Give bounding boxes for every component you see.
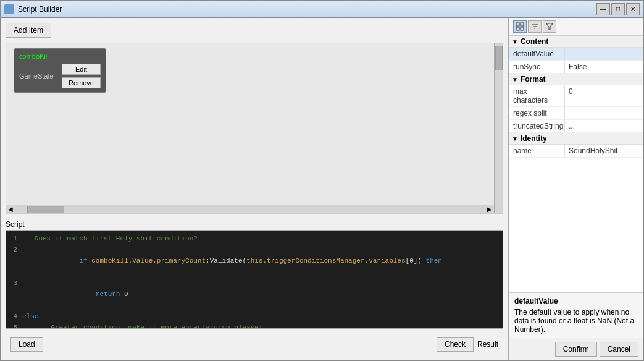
sort-icon xyxy=(530,22,539,31)
line-num-4: 4 xyxy=(9,311,17,322)
script-line-1: 1 -- Does it match first Holy shit condi… xyxy=(9,233,500,244)
line-num-1: 1 xyxy=(9,233,17,244)
line-num-2: 2 xyxy=(9,244,17,278)
props-row-regexsplit[interactable]: regex split xyxy=(509,107,643,120)
right-panel: ▼ Content defaultValue runSync False ▼ F… xyxy=(509,18,643,360)
props-key-truncated: truncatedString xyxy=(509,120,565,132)
script-builder-window: Script Builder — □ ✕ Add Item comboKill … xyxy=(0,0,644,361)
props-value-truncated: ... xyxy=(565,120,643,132)
section-arrow-format: ▼ xyxy=(512,76,518,83)
left-panel: Add Item comboKill GameState Edit Remove xyxy=(1,18,509,360)
svg-rect-0 xyxy=(516,23,519,26)
toolbar: Add Item xyxy=(6,23,503,38)
canvas-scrollbar-h[interactable]: ◀ ▶ xyxy=(6,205,494,213)
bottom-right: Check Result xyxy=(437,337,498,352)
props-value-defaultvalue xyxy=(565,48,643,60)
node-buttons: Edit Remove xyxy=(62,64,101,88)
section-title-format: Format xyxy=(521,75,546,83)
filter-button[interactable] xyxy=(543,20,556,33)
scrollbar-thumb-v xyxy=(495,46,503,70)
remove-button[interactable]: Remove xyxy=(62,77,101,88)
canvas-area: comboKill GameState Edit Remove xyxy=(6,43,503,214)
script-line-5: 5 -- Greater condition, make it more ent… xyxy=(9,322,500,329)
cancel-button[interactable]: Cancel xyxy=(600,342,638,357)
section-header-format[interactable]: ▼ Format xyxy=(509,74,643,85)
code-5: -- Greater condition, make it more enter… xyxy=(22,322,262,329)
add-item-button[interactable]: Add Item xyxy=(6,23,51,38)
maximize-button[interactable]: □ xyxy=(611,3,625,15)
section-title-content: Content xyxy=(521,37,548,46)
titlebar-controls: — □ ✕ xyxy=(596,3,640,15)
node-label: comboKill xyxy=(19,53,101,60)
props-row-defaultvalue[interactable]: defaultValue xyxy=(509,48,643,61)
confirm-button[interactable]: Confirm xyxy=(555,342,597,357)
scroll-right-btn[interactable]: ▶ xyxy=(485,206,494,213)
script-section: Script 1 -- Does it match first Holy shi… xyxy=(6,220,503,329)
line-num-3: 3 xyxy=(9,278,17,311)
code-2: if comboKill.Value.primaryCount:Validate… xyxy=(22,244,442,278)
filter-icon xyxy=(545,22,554,31)
properties-grid: ▼ Content defaultValue runSync False ▼ F… xyxy=(509,36,643,292)
section-title-identity: Identity xyxy=(521,134,547,143)
node-port-label: GameState xyxy=(19,72,58,80)
sort-button[interactable] xyxy=(528,20,542,33)
svg-rect-1 xyxy=(521,23,524,26)
script-editor[interactable]: 1 -- Does it match first Holy shit condi… xyxy=(6,230,503,329)
section-arrow-identity: ▼ xyxy=(512,135,518,142)
properties-toolbar xyxy=(509,18,643,36)
props-row-runsync[interactable]: runSync False xyxy=(509,61,643,74)
props-value-runsync: False xyxy=(565,61,643,73)
props-key-runsync: runSync xyxy=(509,61,565,73)
code-1: -- Does it match first Holy shit conditi… xyxy=(22,233,198,244)
script-line-4: 4 else xyxy=(9,311,500,322)
script-label: Script xyxy=(6,220,503,229)
code-3: return 0 xyxy=(22,278,128,311)
script-line-2: 2 if comboKill.Value.primaryCount:Valida… xyxy=(9,244,500,278)
script-line-3: 3 return 0 xyxy=(9,278,500,311)
bottom-bar: Load Check Result xyxy=(6,333,503,355)
svg-rect-3 xyxy=(521,27,524,30)
scrollbar-thumb-h xyxy=(27,206,64,213)
props-value-name: SoundHolyShit xyxy=(565,145,643,157)
code-4: else xyxy=(22,311,38,322)
confirm-cancel-bar: Confirm Cancel xyxy=(509,338,643,360)
node-body: GameState Edit Remove xyxy=(19,64,101,88)
props-key-regexsplit: regex split xyxy=(509,107,565,119)
node-item: comboKill GameState Edit Remove xyxy=(14,48,106,93)
props-value-regexsplit xyxy=(565,107,643,119)
load-button[interactable]: Load xyxy=(10,337,43,352)
canvas-scrollbar-v[interactable] xyxy=(494,43,503,213)
grid-view-button[interactable] xyxy=(513,20,527,33)
close-button[interactable]: ✕ xyxy=(626,3,640,15)
props-row-truncated[interactable]: truncatedString ... xyxy=(509,120,643,133)
grid-icon xyxy=(516,22,524,31)
props-key-maxchars: max characters xyxy=(509,85,565,106)
app-icon xyxy=(4,4,14,14)
canvas-scrollbar-h-container: ◀ ▶ xyxy=(6,205,494,213)
result-label: Result xyxy=(477,340,498,349)
props-row-name[interactable]: name SoundHolyShit xyxy=(509,145,643,158)
section-header-identity[interactable]: ▼ Identity xyxy=(509,133,643,145)
minimize-button[interactable]: — xyxy=(596,3,610,15)
description-title: defaultValue xyxy=(514,297,638,305)
window-title: Script Builder xyxy=(18,5,596,14)
titlebar: Script Builder — □ ✕ xyxy=(1,1,643,18)
scroll-left-btn[interactable]: ◀ xyxy=(6,206,15,213)
properties-description: defaultValue The default value to apply … xyxy=(509,292,643,338)
line-num-5: 5 xyxy=(9,322,17,329)
props-row-maxchars[interactable]: max characters 0 xyxy=(509,85,643,107)
props-key-name: name xyxy=(509,145,565,157)
props-key-defaultvalue: defaultValue xyxy=(509,48,565,60)
section-arrow-content: ▼ xyxy=(512,38,518,45)
description-text: The default value to apply when no data … xyxy=(514,308,638,334)
section-header-content[interactable]: ▼ Content xyxy=(509,36,643,48)
props-value-maxchars: 0 xyxy=(565,85,643,106)
edit-button[interactable]: Edit xyxy=(62,64,101,75)
check-button[interactable]: Check xyxy=(437,337,474,352)
svg-rect-2 xyxy=(516,27,519,30)
content-area: Add Item comboKill GameState Edit Remove xyxy=(1,18,643,360)
svg-marker-7 xyxy=(546,23,553,30)
